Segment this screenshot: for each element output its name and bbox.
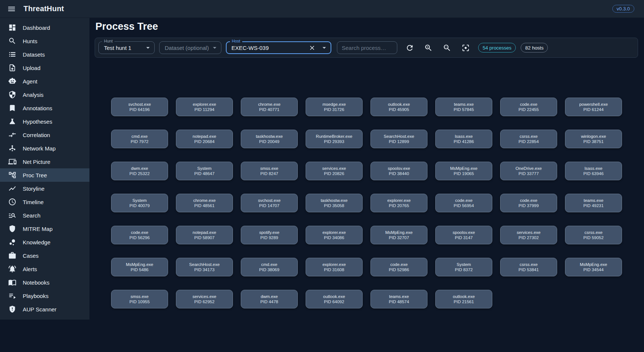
process-node-card[interactable]: MsMpEng.exe PID 34544 — [565, 258, 622, 276]
process-node-card[interactable]: services.exe PID 62952 — [176, 290, 233, 308]
process-node-card[interactable]: notepad.exe PID 20684 — [176, 130, 233, 148]
process-node-card[interactable]: svchost.exe PID 64196 — [111, 98, 168, 116]
process-node-card[interactable]: csrss.exe PID 53841 — [500, 258, 557, 276]
process-node-card[interactable]: outlook.exe PID 45905 — [370, 98, 427, 116]
process-node-card[interactable]: RuntimeBroker.exe PID 29393 — [306, 130, 363, 148]
sidebar-item-correlation[interactable]: Correlation — [0, 128, 89, 142]
sidebar-item-playbooks[interactable]: Playbooks — [0, 289, 89, 302]
process-node-card[interactable]: msedge.exe PID 31726 — [306, 98, 363, 116]
process-node-card[interactable]: code.exe PID 52986 — [370, 258, 427, 276]
sidebar-item-mitre-map[interactable]: MITRE Map — [0, 222, 89, 235]
sidebar-item-datasets[interactable]: Datasets — [0, 48, 89, 61]
hunt-select[interactable]: Hunt Test hunt 1 — [98, 41, 155, 54]
sidebar-item-aup-scanner[interactable]: AUP Scanner — [0, 302, 89, 316]
process-node-card[interactable]: explorer.exe PID 20765 — [370, 194, 427, 212]
sidebar-item-label: Correlation — [23, 132, 50, 138]
process-node-card[interactable]: cmd.exe PID 38069 — [241, 258, 298, 276]
process-node-card[interactable]: spotify.exe PID 9289 — [241, 226, 298, 244]
sidebar-item-annotations[interactable]: Annotations — [0, 101, 89, 115]
process-node-card[interactable]: code.exe PID 22455 — [500, 98, 557, 116]
sidebar-item-notebooks[interactable]: Notebooks — [0, 276, 89, 289]
process-node-card[interactable]: explorer.exe PID 34086 — [306, 226, 363, 244]
process-pid: PID 31726 — [324, 107, 344, 112]
process-node-card[interactable]: OneDrive.exe PID 33777 — [500, 162, 557, 180]
sidebar-item-upload[interactable]: Upload — [0, 61, 89, 74]
process-node-card[interactable]: System PID 8372 — [435, 258, 492, 276]
sidebar-item-agent[interactable]: Agent — [0, 74, 89, 88]
process-node-card[interactable]: dwm.exe PID 4478 — [241, 290, 298, 308]
process-name: lsass.exe — [585, 166, 603, 171]
sidebar-item-cases[interactable]: Cases — [0, 249, 89, 262]
sidebar-item-hunts[interactable]: Hunts — [0, 34, 89, 48]
zoom-out-button[interactable] — [439, 40, 454, 55]
process-node-card[interactable]: notepad.exe PID 58907 — [176, 226, 233, 244]
process-node-card[interactable]: csrss.exe PID 22854 — [500, 130, 557, 148]
process-name: outlook.exe — [323, 294, 345, 299]
briefcase-icon — [8, 251, 16, 260]
process-node-card[interactable]: powershell.exe PID 61244 — [565, 98, 622, 116]
host-select[interactable]: Host EXEC-WS-039 — [226, 41, 331, 54]
process-node-card[interactable]: lsass.exe PID 63946 — [565, 162, 622, 180]
hunt-select-label: Hunt — [102, 39, 114, 43]
process-node-card[interactable]: winlogon.exe PID 38751 — [565, 130, 622, 148]
process-node-card[interactable]: chrome.exe PID 40771 — [241, 98, 298, 116]
process-node-card[interactable]: explorer.exe PID 11294 — [176, 98, 233, 116]
process-node-card[interactable]: outlook.exe PID 64092 — [306, 290, 363, 308]
process-node-card[interactable]: code.exe PID 37999 — [500, 194, 557, 212]
dataset-select[interactable]: Dataset (optional) — [159, 41, 221, 54]
sidebar-item-net-picture[interactable]: Net Picture — [0, 155, 89, 168]
refresh-button[interactable] — [402, 40, 417, 55]
sidebar-item-storyline[interactable]: Storyline — [0, 182, 89, 195]
sidebar-item-search[interactable]: Search — [0, 209, 89, 222]
process-node-card[interactable]: code.exe PID 56954 — [435, 194, 492, 212]
process-node-card[interactable]: taskhostw.exe PID 20049 — [241, 130, 298, 148]
process-node-card[interactable]: teams.exe PID 57845 — [435, 98, 492, 116]
sidebar-item-analysis[interactable]: Analysis — [0, 88, 89, 101]
process-node-card[interactable]: System PID 48647 — [176, 162, 233, 180]
process-node-card[interactable]: System PID 40079 — [111, 194, 168, 212]
process-node-card[interactable]: csrss.exe PID 59052 — [565, 226, 622, 244]
process-node-card[interactable]: teams.exe PID 48574 — [370, 290, 427, 308]
menu-icon[interactable] — [6, 3, 17, 15]
process-node-card[interactable]: smss.exe PID 10955 — [111, 290, 168, 308]
process-node-card[interactable]: outlook.exe PID 21561 — [435, 290, 492, 308]
process-node-card[interactable]: MsMpEng.exe PID 5486 — [111, 258, 168, 276]
process-node-card[interactable]: services.exe PID 20826 — [306, 162, 363, 180]
process-node-card[interactable]: code.exe PID 56296 — [111, 226, 168, 244]
process-node-card[interactable]: MsMpEng.exe PID 19065 — [435, 162, 492, 180]
process-node-card[interactable]: cmd.exe PID 7972 — [111, 130, 168, 148]
center-view-button[interactable] — [458, 40, 473, 55]
process-node-card[interactable]: explorer.exe PID 31608 — [306, 258, 363, 276]
sidebar-item-timeline[interactable]: Timeline — [0, 195, 89, 209]
sidebar-item-alerts[interactable]: Alerts — [0, 262, 89, 276]
process-node-card[interactable]: teams.exe PID 49231 — [565, 194, 622, 212]
process-node-card[interactable]: lsass.exe PID 41286 — [435, 130, 492, 148]
process-node-card[interactable]: spoolsv.exe PID 38440 — [370, 162, 427, 180]
process-node-card[interactable]: SearchHost.exe PID 12899 — [370, 130, 427, 148]
process-node-card[interactable]: dwm.exe PID 25322 — [111, 162, 168, 180]
process-name: chrome.exe — [193, 198, 215, 203]
zoom-in-button[interactable] — [421, 40, 436, 55]
process-pid: PID 22455 — [518, 107, 539, 112]
process-node-card[interactable]: chrome.exe PID 48561 — [176, 194, 233, 212]
sidebar-item-hypotheses[interactable]: Hypotheses — [0, 115, 89, 128]
process-pid: PID 45905 — [389, 107, 409, 112]
process-name: SearchHost.exe — [384, 134, 414, 139]
process-node-card[interactable]: services.exe PID 27302 — [500, 226, 557, 244]
process-node-card[interactable]: taskhostw.exe PID 35058 — [306, 194, 363, 212]
process-node-card[interactable]: SearchHost.exe PID 34173 — [176, 258, 233, 276]
process-node-card[interactable]: svchost.exe PID 14707 — [241, 194, 298, 212]
process-node-card[interactable]: spoolsv.exe PID 3147 — [435, 226, 492, 244]
sidebar-item-dashboard[interactable]: Dashboard — [0, 21, 89, 34]
sidebar-item-network-map[interactable]: Network Map — [0, 142, 89, 155]
sidebar-item-proc-tree[interactable]: Proc Tree — [0, 168, 89, 182]
process-search-input[interactable] — [342, 45, 392, 51]
clear-host-icon[interactable] — [307, 43, 316, 52]
process-name: SearchHost.exe — [189, 262, 220, 267]
process-name: services.exe — [193, 294, 217, 299]
bookmark-icon — [8, 104, 16, 112]
process-node-card[interactable]: smss.exe PID 8247 — [241, 162, 298, 180]
process-pid: PID 40771 — [259, 107, 279, 112]
sidebar-item-knowledge[interactable]: Knowledge — [0, 235, 89, 249]
process-node-card[interactable]: MsMpEng.exe PID 32707 — [370, 226, 427, 244]
